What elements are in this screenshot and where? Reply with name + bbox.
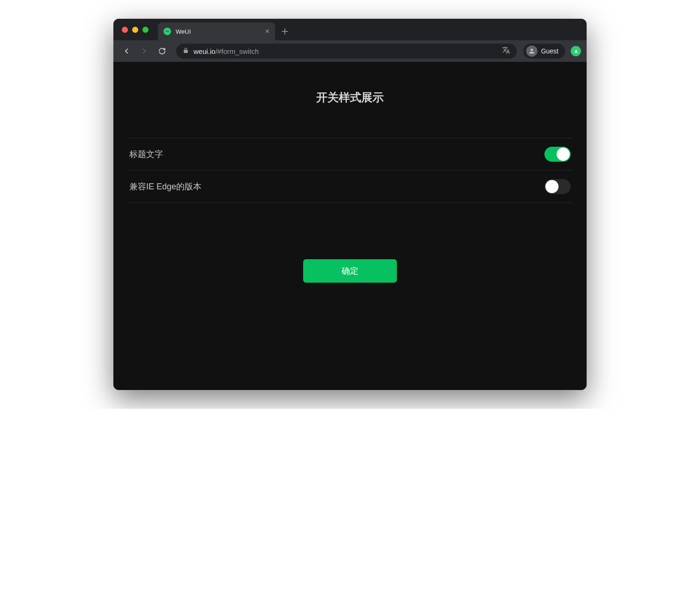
window-titlebar: •• WeUI ×	[113, 19, 587, 40]
switch-toggle[interactable]	[544, 179, 571, 194]
browser-toolbar: weui.io/#form_switch Guest	[113, 40, 587, 62]
switch-list: 标题文字 兼容IE Edge的版本	[127, 138, 573, 203]
address-bar[interactable]: weui.io/#form_switch	[176, 44, 517, 59]
profile-button[interactable]: Guest	[523, 44, 565, 59]
back-button[interactable]	[119, 44, 134, 59]
switch-label: 标题文字	[129, 149, 163, 160]
lock-icon	[183, 47, 189, 55]
submit-button[interactable]: 确定	[303, 259, 397, 283]
switch-label: 兼容IE Edge的版本	[129, 181, 201, 192]
url-text: weui.io/#form_switch	[194, 47, 497, 55]
browser-tab-active[interactable]: •• WeUI ×	[158, 22, 275, 40]
close-icon[interactable]: ×	[265, 28, 269, 35]
url-domain: weui.io	[194, 47, 216, 55]
traffic-lights	[122, 27, 149, 33]
switch-cell: 标题文字	[127, 138, 573, 171]
switch-knob	[557, 148, 570, 161]
person-icon	[526, 45, 537, 57]
switch-toggle[interactable]	[544, 147, 571, 162]
browser-window: •• WeUI × weui.io/#form_switch	[113, 19, 587, 390]
reload-button[interactable]	[155, 44, 170, 59]
window-maximize-button[interactable]	[142, 27, 149, 33]
forward-button[interactable]	[137, 44, 152, 59]
page-title: 开关样式展示	[127, 90, 573, 105]
tab-title: WeUI	[176, 28, 261, 35]
switch-knob	[545, 180, 559, 193]
profile-label: Guest	[541, 47, 559, 55]
window-close-button[interactable]	[122, 27, 128, 33]
new-tab-button[interactable]	[282, 22, 288, 40]
button-area: 确定	[127, 259, 573, 283]
tab-strip: •• WeUI ×	[158, 19, 288, 40]
url-path: /#form_switch	[216, 47, 259, 55]
switch-cell: 兼容IE Edge的版本	[127, 171, 573, 203]
page-content: 开关样式展示 标题文字 兼容IE Edge的版本 确定	[113, 62, 587, 390]
window-minimize-button[interactable]	[132, 27, 138, 33]
wechat-icon: ••	[164, 28, 171, 35]
translate-icon[interactable]	[502, 46, 510, 56]
extension-icon[interactable]	[571, 46, 581, 56]
